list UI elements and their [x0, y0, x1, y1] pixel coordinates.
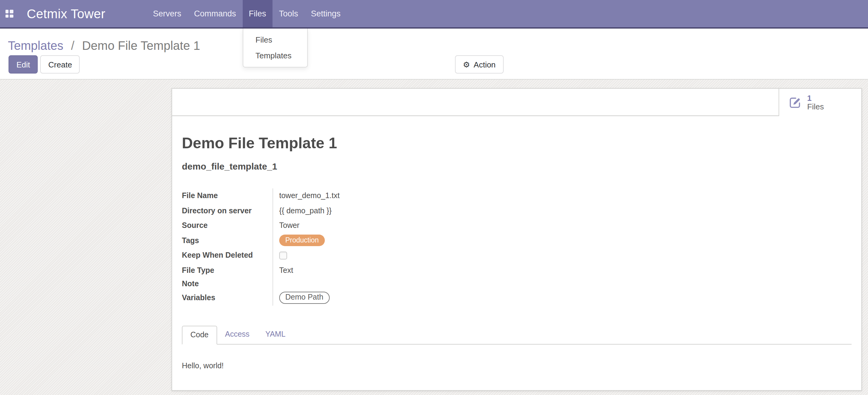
tag-badge: Production	[279, 235, 325, 246]
main-menu: Servers Commands Files Tools Settings	[147, 0, 347, 27]
top-navbar: Cetmix Tower Servers Commands Files Tool…	[0, 0, 868, 29]
field-row-file-name: File Name tower_demo_1.txt	[182, 188, 523, 203]
field-label: Source	[182, 218, 273, 233]
field-value-file-name: tower_demo_1.txt	[273, 188, 523, 203]
field-row-directory: Directory on server {{ demo_path }}	[182, 203, 523, 218]
form-sheet: Demo File Template 1 demo_file_template_…	[172, 134, 861, 370]
nav-item-files[interactable]: Files	[242, 0, 273, 27]
files-dropdown-menu: Files Templates	[243, 29, 308, 67]
action-button-label: Action	[473, 60, 495, 69]
record-reference: demo_file_template_1	[182, 162, 851, 171]
field-value-variables: Demo Path	[273, 290, 523, 306]
files-stat-button[interactable]: 1 Files	[779, 89, 861, 116]
field-value-keep-when-deleted	[273, 248, 523, 263]
stat-text: 1 Files	[807, 94, 824, 111]
nav-item-commands[interactable]: Commands	[188, 0, 242, 27]
field-label: Keep When Deleted	[182, 248, 273, 263]
breadcrumb-link-templates[interactable]: Templates	[8, 39, 63, 52]
variable-pill[interactable]: Demo Path	[279, 292, 330, 304]
control-panel: Templates / Demo File Template 1 Edit Cr…	[0, 29, 868, 79]
apps-grid-icon	[5, 10, 13, 18]
nav-item-servers[interactable]: Servers	[147, 0, 188, 27]
nav-item-tools[interactable]: Tools	[273, 0, 304, 27]
edit-button[interactable]: Edit	[8, 55, 38, 73]
content-area: 1 Files Demo File Template 1 demo_file_t…	[0, 79, 868, 395]
record-title: Demo File Template 1	[182, 134, 851, 151]
breadcrumb: Templates / Demo File Template 1	[8, 39, 200, 53]
field-group: File Name tower_demo_1.txt Directory on …	[182, 188, 523, 306]
field-row-file-type: File Type Text	[182, 263, 523, 278]
app-brand[interactable]: Cetmix Tower	[27, 6, 105, 21]
dropdown-item-files[interactable]: Files	[243, 32, 307, 48]
tab-access[interactable]: Access	[217, 326, 257, 344]
field-value-note	[273, 278, 523, 290]
field-label: Tags	[182, 233, 273, 248]
dropdown-item-templates[interactable]: Templates	[243, 48, 307, 63]
form-view-card: 1 Files Demo File Template 1 demo_file_t…	[172, 88, 862, 391]
field-row-source: Source Tower	[182, 218, 523, 233]
field-value-file-type: Text	[273, 263, 523, 278]
field-value-source: Tower	[273, 218, 523, 233]
app-window: Cetmix Tower Servers Commands Files Tool…	[0, 0, 868, 395]
breadcrumb-current: Demo File Template 1	[82, 39, 200, 52]
stat-count: 1	[807, 94, 824, 102]
code-content: Hello, world!	[182, 362, 851, 370]
apps-menu-button[interactable]	[0, 0, 18, 27]
keep-when-deleted-checkbox[interactable]	[279, 252, 287, 260]
field-row-note: Note	[182, 278, 523, 290]
create-button[interactable]: Create	[40, 55, 80, 73]
control-panel-buttons: Edit Create	[8, 55, 80, 73]
stat-label: Files	[807, 102, 824, 111]
button-box: 1 Files	[172, 89, 861, 116]
gear-icon: ⚙	[463, 60, 470, 69]
field-value-directory: {{ demo_path }}	[273, 203, 523, 218]
field-value-tags: Production	[273, 233, 523, 248]
field-label: Variables	[182, 290, 273, 306]
field-row-keep-when-deleted: Keep When Deleted	[182, 248, 523, 263]
action-menu-button[interactable]: ⚙ Action	[455, 55, 504, 73]
field-label: Note	[182, 278, 273, 290]
nav-item-settings[interactable]: Settings	[304, 0, 347, 27]
breadcrumb-separator: /	[71, 39, 74, 52]
field-label: Directory on server	[182, 203, 273, 218]
tab-yaml[interactable]: YAML	[257, 326, 293, 344]
field-row-tags: Tags Production	[182, 233, 523, 248]
notebook-tabs: Code Access YAML	[182, 326, 851, 344]
field-row-variables: Variables Demo Path	[182, 290, 523, 306]
field-label: File Type	[182, 263, 273, 278]
pencil-square-icon	[788, 96, 802, 109]
tab-code[interactable]: Code	[182, 326, 217, 344]
field-label: File Name	[182, 188, 273, 203]
